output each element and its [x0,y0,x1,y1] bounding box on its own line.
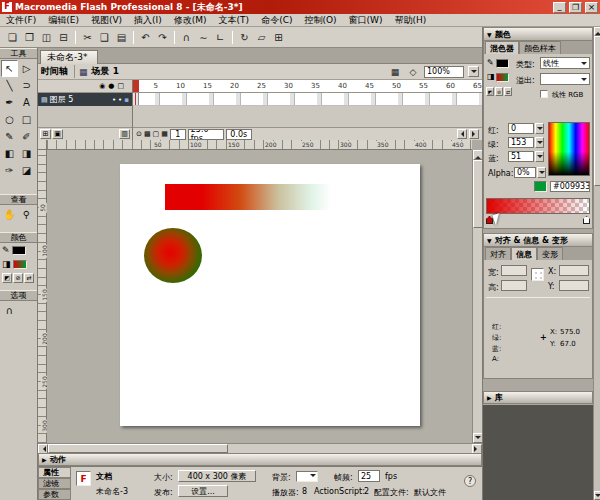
fill-color-swatch[interactable] [13,260,27,269]
copy-button[interactable]: ❑ [96,29,113,45]
layer-lock-dot[interactable]: • [118,96,122,104]
tab-color-mixer[interactable]: 混色器 [485,41,519,54]
oval-tool[interactable]: ○ [1,111,18,128]
minimize-button[interactable]: _ [553,2,566,13]
height-field[interactable] [501,280,527,291]
menu-view[interactable]: 视图(V) [85,14,128,27]
no-color-button[interactable]: ⊘ [13,273,23,283]
stage-canvas[interactable] [120,164,420,426]
gradient-type-select[interactable]: 线性 [540,57,590,69]
line-tool[interactable]: ╲ [1,77,18,94]
outline-all-layers-icon[interactable]: □ [117,82,124,90]
current-frame-field[interactable]: 1 [170,129,186,140]
dock-scroll-down-button[interactable] [594,491,600,500]
frame-ruler[interactable]: 5 10 15 20 25 30 35 40 45 50 55 60 65 [133,80,482,93]
gradient-ellipse-shape[interactable] [144,228,202,283]
layer-outline-color-swatch[interactable]: ▪ [124,96,129,104]
horizontal-scroll-thumb[interactable] [48,444,228,453]
playhead[interactable] [133,80,139,92]
snap-to-objects-option[interactable]: ∩ [1,302,18,319]
zoom-select[interactable]: 100% [424,66,464,78]
zoom-dropdown-button[interactable] [468,66,479,77]
stroke-color-swatch[interactable] [496,59,509,68]
layer-frames-row[interactable] [133,93,482,106]
x-field[interactable] [559,265,589,276]
zoom-tool[interactable]: ⚲ [18,206,35,223]
blue-field[interactable]: 51 [508,151,534,162]
gradient-preview-bar[interactable] [486,198,590,214]
gradient-stop-left[interactable] [486,216,493,224]
open-button[interactable]: ❐ [21,29,38,45]
center-frame-button[interactable]: ⊙ [136,130,142,138]
paint-bucket-tool[interactable]: ◨ [18,145,35,162]
print-button[interactable]: ⊟ [55,29,72,45]
pencil-tool[interactable]: ✎ [1,128,18,145]
subselection-tool[interactable]: ▷ [18,60,35,77]
tab-filters[interactable]: 滤镜 [38,478,71,489]
color-spectrum[interactable] [548,122,590,176]
edit-symbol-button[interactable]: ◇ [406,65,420,78]
red-field[interactable]: 0 [508,123,534,134]
show-hide-all-layers-icon[interactable]: ◉ [99,82,105,90]
background-color-swatch[interactable] [296,471,318,482]
default-colors-button[interactable]: ◩ [2,273,12,283]
insert-layer-button[interactable]: ⊞ [40,129,51,139]
hand-tool[interactable]: ✋ [1,206,18,223]
elapsed-time-field[interactable]: 0.0s [226,129,252,140]
alpha-field[interactable]: 0% [514,167,536,178]
library-panel-header[interactable]: ▶ 库 [483,391,593,404]
undo-button[interactable]: ↶ [137,29,154,45]
timeline-scroll-right-button[interactable] [469,129,479,139]
help-button[interactable]: ? [464,475,476,487]
y-field[interactable] [559,280,589,291]
onion-skin-button[interactable]: ▩ [144,130,151,138]
registration-grid-icon[interactable] [531,268,544,281]
actions-panel-header[interactable]: ▶ 动作 [38,453,482,466]
timeline-panel-toggle[interactable]: 时间轴 [41,65,75,78]
document-tab[interactable]: 未命名-3* [40,50,98,64]
save-button[interactable]: ◫ [38,29,55,45]
eyedropper-tool[interactable]: ✑ [1,162,18,179]
gradient-rectangle-shape[interactable] [165,184,331,210]
new-button[interactable]: ❏ [4,29,21,45]
layer-name[interactable]: 图层 5 [50,94,110,105]
lasso-tool[interactable]: ⊃ [18,77,35,94]
size-button[interactable]: 400 x 300 像素 [178,470,256,482]
stroke-color-swatch[interactable] [12,246,26,255]
straighten-button[interactable]: ∟ [212,29,229,45]
edit-multiple-frames-button[interactable]: ▦ [161,130,168,138]
menu-insert[interactable]: 插入(I) [128,14,168,27]
width-field[interactable] [501,265,527,276]
swap-colors-button[interactable]: ⇄ [24,273,34,283]
smooth-button[interactable]: ∼ [195,29,212,45]
fill-color-control[interactable]: ◨ [0,257,37,271]
menu-commands[interactable]: 命令(C) [255,14,298,27]
menu-window[interactable]: 窗口(W) [343,14,389,27]
tab-transform[interactable]: 变形 [537,247,563,260]
selection-tool[interactable]: ↖ [1,60,18,77]
menu-file[interactable]: 文件(F) [0,14,42,27]
scene-label[interactable]: 场景 1 [92,65,119,78]
gradient-stop-right[interactable] [583,216,590,224]
close-button[interactable]: × [585,2,598,13]
green-field[interactable]: 153 [508,137,534,148]
paste-button[interactable]: ▤ [113,29,130,45]
dock-scroll-up-button[interactable] [594,27,600,36]
frame-rate-field[interactable]: 25.0 fps [188,129,224,140]
redo-button[interactable]: ↷ [154,29,171,45]
default-colors-button[interactable]: ◩ [486,87,494,96]
alpha-stepper[interactable] [537,167,546,178]
cut-button[interactable]: ✂ [79,29,96,45]
timeline-scroll-left-button[interactable] [457,129,467,139]
dock-scrollbar[interactable] [593,27,600,500]
scale-button[interactable]: ▱ [253,29,270,45]
document-name[interactable]: 未命名-3 [96,486,128,497]
info-panel-header[interactable]: ▼ 对齐 & 信息 & 变形 [484,234,592,247]
onion-skin-outline-button[interactable]: ▢ [153,130,160,138]
menu-modify[interactable]: 修改(M) [168,14,213,27]
keyframe-cell[interactable] [133,93,139,105]
tab-align[interactable]: 对齐 [485,247,511,260]
vertical-scrollbar[interactable] [472,150,482,443]
no-color-button[interactable]: ⊘ [495,87,503,96]
color-panel-header[interactable]: ▼ 颜色 [484,28,592,41]
